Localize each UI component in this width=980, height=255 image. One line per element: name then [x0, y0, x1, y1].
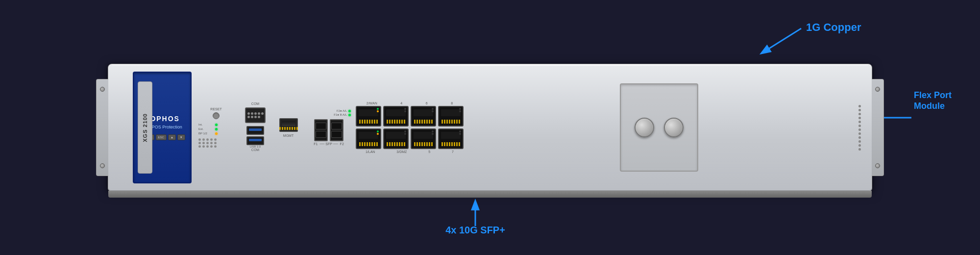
dot-9	[210, 142, 213, 144]
copper-ports-section: 2/WAN 4 6 8	[356, 72, 464, 183]
copper-bottom-labels: 1/LAN 3/DMZ 5 7	[356, 150, 464, 153]
int-led	[215, 124, 218, 126]
svg-text:4x 10G SFP+: 4x 10G SFP+	[445, 225, 505, 235]
copper-port-5[interactable]	[411, 128, 436, 149]
sfp-bottom-label: F1 ── SFP ── F2	[314, 142, 344, 146]
sfp-led-f2a-green	[348, 110, 351, 112]
vent-10	[858, 140, 861, 143]
chassis-bottom-bar	[108, 191, 872, 198]
rack-screw-tr	[875, 87, 880, 92]
rack-screw-tl	[100, 87, 105, 92]
model-label-panel: XGS 2100	[138, 81, 152, 174]
com-section: COM	[241, 72, 270, 183]
port-label-6: 6	[426, 102, 428, 105]
dot-4	[210, 138, 213, 141]
sfp-led-f2a-label: F2● A/L	[337, 109, 347, 112]
mgmt-label: MGMT	[283, 134, 294, 137]
chassis: XGS 2100 SOPHOS SHOPOS Protection ENTER …	[108, 64, 872, 191]
svg-text:Flex Port: Flex Port	[914, 90, 952, 100]
port-label-8: 8	[451, 102, 453, 105]
front-panel: XGS 2100 SOPHOS SHOPOS Protection ENTER …	[133, 72, 864, 183]
rack-screw-bl	[100, 163, 105, 168]
copper-port-8[interactable]	[438, 106, 464, 127]
usb-port-1[interactable]	[246, 126, 264, 135]
vent-4	[858, 117, 861, 119]
svg-text:Module: Module	[914, 101, 945, 111]
sfp-led-f1a-label: F1● B A/L	[334, 113, 347, 116]
ext-label: Ext.	[198, 128, 213, 130]
port-label-7: 7	[452, 150, 454, 153]
sfp-slot-4	[331, 131, 342, 138]
copper-port-6[interactable]	[411, 106, 436, 127]
port-label-3dmz: 3/DMZ	[396, 150, 407, 153]
copper-port-3dmz[interactable]	[383, 128, 409, 149]
dot-12	[202, 145, 205, 148]
sfp-led-f1a: F1● B A/L	[334, 113, 351, 116]
vent-7	[858, 128, 861, 131]
sfp-section: F2● A/L F1● B A/L	[307, 72, 351, 183]
sfp-ports	[314, 119, 343, 141]
bp-led	[215, 132, 218, 135]
dot-grid	[198, 138, 234, 148]
copper-port-4[interactable]	[383, 106, 409, 127]
svg-text:1G Copper: 1G Copper	[806, 21, 861, 33]
annotation-top-right: 1G Copper	[752, 24, 880, 65]
reset-button[interactable]	[213, 112, 220, 119]
dot-5	[214, 138, 217, 141]
dot-14	[210, 145, 213, 148]
copper-top-row	[356, 106, 464, 127]
sfp-port-f1-wrap	[314, 119, 328, 141]
rack-screw-br	[875, 163, 880, 168]
port-label-2wan: 2/WAN	[367, 102, 377, 105]
port-label-1lan: 1/LAN	[366, 150, 375, 153]
sfp-slot-3	[331, 123, 342, 129]
expansion-section	[468, 72, 850, 183]
sfp-led-f2a: F2● A/L	[337, 109, 351, 112]
vent-6	[858, 125, 861, 127]
rack-ear-right	[872, 79, 884, 176]
vent-8	[858, 132, 861, 135]
sfp-cage-f2[interactable]	[330, 119, 343, 141]
knob-right[interactable]	[664, 118, 684, 137]
up-button[interactable]: ▲	[168, 134, 176, 140]
ext-led	[215, 128, 218, 130]
dot-2	[202, 138, 205, 141]
sfp-slot-2	[316, 131, 326, 138]
dot-10	[214, 142, 217, 144]
scene: 1G Copper 4x 10G SFP+ Flex Port Module	[24, 15, 956, 240]
down-button[interactable]: ▼	[177, 134, 185, 140]
knob-left[interactable]	[635, 118, 654, 137]
indicators-section: RESET Int. Ext. BP 1/2	[196, 72, 236, 183]
dot-7	[202, 142, 205, 144]
port-label-5: 5	[428, 150, 430, 153]
sfp-slot-1	[316, 123, 326, 129]
vent-11	[858, 144, 861, 147]
bp-label: BP 1/2	[198, 132, 213, 135]
esc-button[interactable]: ESC	[156, 134, 167, 140]
copper-port-7[interactable]	[438, 128, 464, 149]
expansion-bay	[620, 83, 698, 172]
sfp-cage-f1[interactable]	[314, 119, 328, 141]
copper-port-1lan[interactable]	[356, 128, 381, 149]
bp-led-row: BP 1/2	[198, 132, 234, 135]
sfp-port-f2-wrap	[330, 119, 343, 141]
copper-port-2wan[interactable]	[356, 106, 381, 127]
dot-6	[198, 142, 201, 144]
com-top-label: COM	[251, 102, 259, 105]
port-label-4: 4	[400, 102, 402, 105]
vent-3	[858, 113, 861, 115]
vent-9	[858, 136, 861, 139]
vent-12	[858, 148, 861, 151]
reset-label: RESET	[198, 107, 234, 111]
dot-13	[206, 145, 209, 148]
mgmt-port[interactable]	[279, 118, 298, 132]
rack-ear-left	[96, 79, 108, 176]
vent-5	[858, 121, 861, 123]
dot-3	[206, 138, 209, 141]
mgmt-section: MGMT	[275, 72, 302, 183]
dot-1	[198, 138, 201, 141]
vent-1	[858, 105, 861, 107]
sfp-led-f1a-green	[348, 114, 351, 116]
usb-port-2[interactable]	[246, 136, 264, 145]
dot-11	[198, 145, 201, 148]
